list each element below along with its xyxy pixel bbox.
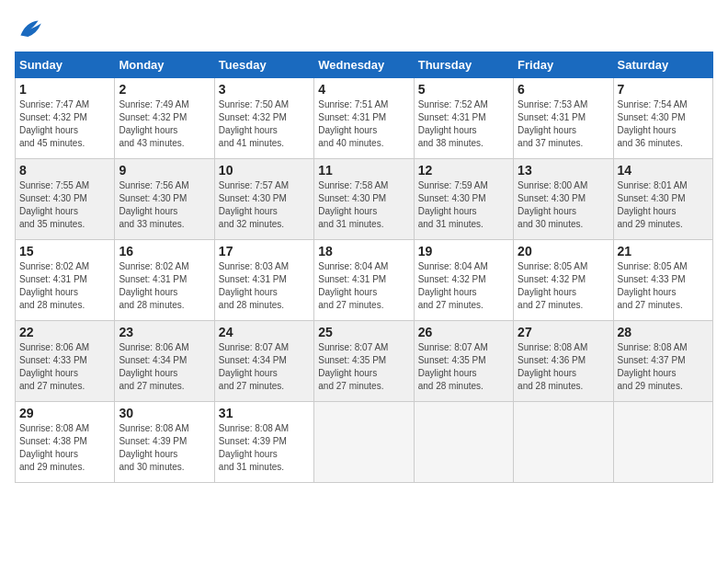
day-info: Sunrise: 8:08 AMSunset: 4:39 PMDaylight … xyxy=(119,422,210,474)
weekday-header: Thursday xyxy=(414,52,513,78)
calendar-day-cell: 18Sunrise: 8:04 AMSunset: 4:31 PMDayligh… xyxy=(314,240,414,321)
calendar-day-cell: 5Sunrise: 7:52 AMSunset: 4:31 PMDaylight… xyxy=(414,78,513,159)
day-number: 22 xyxy=(19,325,110,339)
day-info: Sunrise: 8:06 AMSunset: 4:33 PMDaylight … xyxy=(19,341,110,393)
calendar-day-cell: 22Sunrise: 8:06 AMSunset: 4:33 PMDayligh… xyxy=(16,321,115,402)
day-info: Sunrise: 7:52 AMSunset: 4:31 PMDaylight … xyxy=(418,98,509,150)
logo xyxy=(15,15,48,44)
page-header xyxy=(15,15,713,44)
day-number: 11 xyxy=(318,163,409,178)
day-info: Sunrise: 8:07 AMSunset: 4:35 PMDaylight … xyxy=(418,341,509,393)
calendar-day-cell: 29Sunrise: 8:08 AMSunset: 4:38 PMDayligh… xyxy=(16,402,115,483)
day-number: 20 xyxy=(518,244,609,259)
day-number: 16 xyxy=(119,244,210,259)
calendar-day-cell: 28Sunrise: 8:08 AMSunset: 4:37 PMDayligh… xyxy=(613,321,712,402)
day-number: 4 xyxy=(318,82,409,97)
day-info: Sunrise: 8:02 AMSunset: 4:31 PMDaylight … xyxy=(119,260,210,312)
calendar-day-cell: 20Sunrise: 8:05 AMSunset: 4:32 PMDayligh… xyxy=(514,240,613,321)
calendar-day-cell: 21Sunrise: 8:05 AMSunset: 4:33 PMDayligh… xyxy=(613,240,712,321)
calendar-day-cell: 13Sunrise: 8:00 AMSunset: 4:30 PMDayligh… xyxy=(514,159,613,240)
weekday-header: Tuesday xyxy=(214,52,313,78)
weekday-header: Friday xyxy=(514,52,613,78)
day-number: 24 xyxy=(219,325,310,339)
calendar-week-row: 22Sunrise: 8:06 AMSunset: 4:33 PMDayligh… xyxy=(16,321,713,402)
calendar-week-row: 15Sunrise: 8:02 AMSunset: 4:31 PMDayligh… xyxy=(16,240,713,321)
day-info: Sunrise: 8:07 AMSunset: 4:34 PMDaylight … xyxy=(219,341,310,393)
day-number: 19 xyxy=(418,244,509,259)
calendar-day-cell: 11Sunrise: 7:58 AMSunset: 4:30 PMDayligh… xyxy=(314,159,414,240)
day-number: 23 xyxy=(119,325,210,339)
day-info: Sunrise: 8:08 AMSunset: 4:37 PMDaylight … xyxy=(618,341,709,393)
calendar-day-cell: 17Sunrise: 8:03 AMSunset: 4:31 PMDayligh… xyxy=(214,240,313,321)
day-info: Sunrise: 8:01 AMSunset: 4:30 PMDaylight … xyxy=(618,179,709,231)
day-info: Sunrise: 8:05 AMSunset: 4:33 PMDaylight … xyxy=(618,260,709,312)
day-number: 25 xyxy=(318,325,409,339)
day-info: Sunrise: 8:07 AMSunset: 4:35 PMDaylight … xyxy=(318,341,409,393)
day-info: Sunrise: 7:57 AMSunset: 4:30 PMDaylight … xyxy=(219,179,310,231)
calendar-day-cell: 30Sunrise: 8:08 AMSunset: 4:39 PMDayligh… xyxy=(115,402,214,483)
calendar-day-cell: 2Sunrise: 7:49 AMSunset: 4:32 PMDaylight… xyxy=(115,78,214,159)
day-info: Sunrise: 7:59 AMSunset: 4:30 PMDaylight … xyxy=(418,179,509,231)
calendar-day-cell: 7Sunrise: 7:54 AMSunset: 4:30 PMDaylight… xyxy=(613,78,712,159)
day-number: 29 xyxy=(19,406,110,420)
calendar-header-row: SundayMondayTuesdayWednesdayThursdayFrid… xyxy=(16,52,713,78)
day-info: Sunrise: 7:53 AMSunset: 4:31 PMDaylight … xyxy=(518,98,609,150)
day-number: 15 xyxy=(19,244,110,259)
calendar-day-cell xyxy=(613,402,712,483)
calendar-week-row: 8Sunrise: 7:55 AMSunset: 4:30 PMDaylight… xyxy=(16,159,713,240)
day-number: 7 xyxy=(618,82,709,97)
calendar-week-row: 1Sunrise: 7:47 AMSunset: 4:32 PMDaylight… xyxy=(16,78,713,159)
day-number: 28 xyxy=(618,325,709,339)
day-number: 12 xyxy=(418,163,509,178)
day-number: 17 xyxy=(219,244,310,259)
calendar-day-cell: 15Sunrise: 8:02 AMSunset: 4:31 PMDayligh… xyxy=(16,240,115,321)
calendar-day-cell: 10Sunrise: 7:57 AMSunset: 4:30 PMDayligh… xyxy=(214,159,313,240)
day-info: Sunrise: 7:55 AMSunset: 4:30 PMDaylight … xyxy=(19,179,110,231)
day-info: Sunrise: 7:50 AMSunset: 4:32 PMDaylight … xyxy=(219,98,310,150)
calendar-week-row: 29Sunrise: 8:08 AMSunset: 4:38 PMDayligh… xyxy=(16,402,713,483)
day-number: 18 xyxy=(318,244,409,259)
day-number: 27 xyxy=(518,325,609,339)
day-info: Sunrise: 7:56 AMSunset: 4:30 PMDaylight … xyxy=(119,179,210,231)
day-number: 14 xyxy=(618,163,709,178)
calendar-day-cell: 8Sunrise: 7:55 AMSunset: 4:30 PMDaylight… xyxy=(16,159,115,240)
calendar-day-cell xyxy=(314,402,414,483)
calendar-day-cell: 4Sunrise: 7:51 AMSunset: 4:31 PMDaylight… xyxy=(314,78,414,159)
day-info: Sunrise: 8:04 AMSunset: 4:32 PMDaylight … xyxy=(418,260,509,312)
day-info: Sunrise: 8:02 AMSunset: 4:31 PMDaylight … xyxy=(19,260,110,312)
day-info: Sunrise: 8:05 AMSunset: 4:32 PMDaylight … xyxy=(518,260,609,312)
calendar-day-cell: 6Sunrise: 7:53 AMSunset: 4:31 PMDaylight… xyxy=(514,78,613,159)
day-number: 31 xyxy=(219,406,310,420)
day-number: 8 xyxy=(19,163,110,178)
day-info: Sunrise: 7:49 AMSunset: 4:32 PMDaylight … xyxy=(119,98,210,150)
weekday-header: Saturday xyxy=(613,52,712,78)
day-info: Sunrise: 8:08 AMSunset: 4:39 PMDaylight … xyxy=(219,422,310,474)
day-number: 5 xyxy=(418,82,509,97)
calendar-day-cell: 25Sunrise: 8:07 AMSunset: 4:35 PMDayligh… xyxy=(314,321,414,402)
day-number: 3 xyxy=(219,82,310,97)
day-info: Sunrise: 7:58 AMSunset: 4:30 PMDaylight … xyxy=(318,179,409,231)
day-info: Sunrise: 7:54 AMSunset: 4:30 PMDaylight … xyxy=(618,98,709,150)
day-number: 30 xyxy=(119,406,210,420)
day-number: 9 xyxy=(119,163,210,178)
weekday-header: Sunday xyxy=(16,52,115,78)
weekday-header: Monday xyxy=(115,52,214,78)
day-number: 10 xyxy=(219,163,310,178)
day-number: 26 xyxy=(418,325,509,339)
calendar-day-cell: 1Sunrise: 7:47 AMSunset: 4:32 PMDaylight… xyxy=(16,78,115,159)
logo-icon xyxy=(15,15,44,44)
day-info: Sunrise: 8:06 AMSunset: 4:34 PMDaylight … xyxy=(119,341,210,393)
calendar-day-cell xyxy=(414,402,513,483)
calendar-day-cell: 9Sunrise: 7:56 AMSunset: 4:30 PMDaylight… xyxy=(115,159,214,240)
calendar-table: SundayMondayTuesdayWednesdayThursdayFrid… xyxy=(15,52,713,483)
calendar-day-cell: 3Sunrise: 7:50 AMSunset: 4:32 PMDaylight… xyxy=(214,78,313,159)
day-number: 21 xyxy=(618,244,709,259)
weekday-header: Wednesday xyxy=(314,52,414,78)
calendar-day-cell: 16Sunrise: 8:02 AMSunset: 4:31 PMDayligh… xyxy=(115,240,214,321)
calendar-day-cell: 31Sunrise: 8:08 AMSunset: 4:39 PMDayligh… xyxy=(214,402,313,483)
calendar-day-cell: 12Sunrise: 7:59 AMSunset: 4:30 PMDayligh… xyxy=(414,159,513,240)
day-number: 2 xyxy=(119,82,210,97)
calendar-day-cell: 19Sunrise: 8:04 AMSunset: 4:32 PMDayligh… xyxy=(414,240,513,321)
day-info: Sunrise: 8:04 AMSunset: 4:31 PMDaylight … xyxy=(318,260,409,312)
day-info: Sunrise: 8:00 AMSunset: 4:30 PMDaylight … xyxy=(518,179,609,231)
